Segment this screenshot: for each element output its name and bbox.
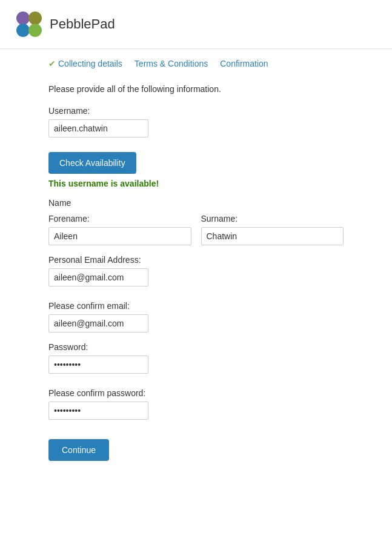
confirm-password-label: Please confirm password:	[48, 388, 344, 398]
confirm-password-input[interactable]	[48, 402, 148, 420]
breadcrumb-step3[interactable]: Confirmation	[220, 59, 268, 68]
availability-message: This username is available!	[48, 179, 344, 188]
svg-point-0	[16, 12, 30, 25]
confirm-email-group: Please confirm email:	[48, 301, 344, 333]
check-icon: ✔	[48, 59, 56, 68]
password-group: Password:	[48, 342, 344, 374]
surname-group: Surname:	[201, 214, 344, 245]
breadcrumb-step1: ✔ Collecting details	[48, 59, 122, 68]
surname-input[interactable]	[201, 227, 344, 245]
password-input[interactable]	[48, 356, 148, 374]
username-input[interactable]	[48, 119, 148, 137]
forename-group: Forename:	[48, 214, 191, 245]
email-label: Personal Email Address:	[48, 255, 344, 265]
password-label: Password:	[48, 342, 344, 352]
forename-input[interactable]	[48, 227, 191, 245]
confirm-email-input[interactable]	[48, 314, 148, 333]
breadcrumb-step1-label: Collecting details	[58, 59, 122, 68]
svg-point-3	[28, 24, 42, 37]
name-fields: Forename: Surname:	[48, 214, 344, 255]
logo-text: PebblePad	[50, 16, 115, 32]
logo-icon	[15, 10, 44, 39]
check-availability-button[interactable]: Check Availability	[48, 152, 136, 174]
email-input[interactable]	[48, 268, 148, 286]
breadcrumb-step3-label: Confirmation	[220, 59, 268, 68]
main-content: Please provide all of the following info…	[0, 78, 392, 485]
forename-label: Forename:	[48, 214, 191, 223]
username-label: Username:	[48, 106, 344, 116]
surname-label: Surname:	[201, 214, 344, 223]
breadcrumb: ✔ Collecting details Terms & Conditions …	[0, 49, 392, 78]
header: PebblePad	[0, 0, 392, 49]
svg-point-1	[28, 12, 42, 25]
confirm-email-label: Please confirm email:	[48, 301, 344, 311]
email-group: Personal Email Address:	[48, 255, 344, 286]
confirm-password-group: Please confirm password:	[48, 388, 344, 420]
intro-text: Please provide all of the following info…	[48, 84, 344, 94]
breadcrumb-step2-label: Terms & Conditions	[135, 59, 208, 68]
svg-point-2	[16, 24, 30, 37]
name-section-label: Name	[48, 198, 344, 208]
breadcrumb-step2[interactable]: Terms & Conditions	[135, 59, 208, 68]
continue-button[interactable]: Continue	[48, 439, 109, 461]
name-section: Name Forename: Surname:	[48, 198, 344, 255]
username-group: Username:	[48, 106, 344, 137]
